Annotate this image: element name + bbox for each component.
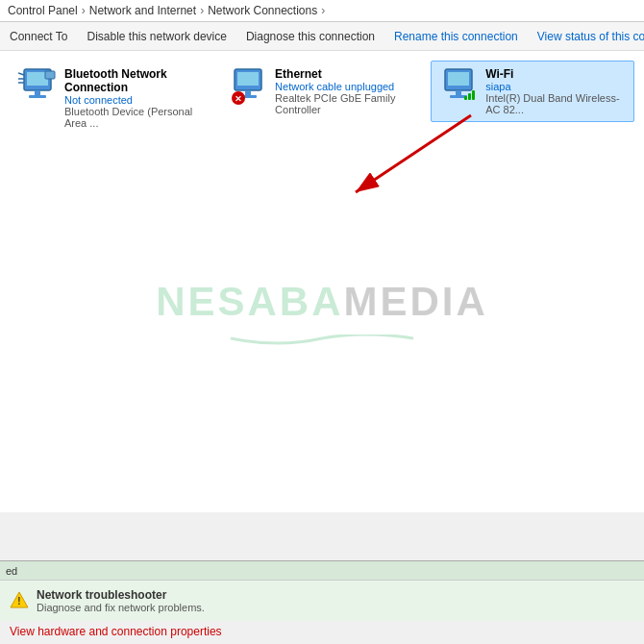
svg-rect-19 xyxy=(468,93,471,100)
address-bar: Control Panel › Network and Internet › N… xyxy=(0,0,644,22)
bluetooth-icon xyxy=(18,67,57,106)
breadcrumb-sep-2: › xyxy=(200,4,204,17)
bluetooth-name: Bluetooth Network Connection xyxy=(64,67,202,94)
ethernet-icon-wrapper: ✕ xyxy=(229,67,267,106)
breadcrumb-network-connections[interactable]: Network Connections xyxy=(208,4,317,17)
status-text: Network troubleshooter Diagnose and fix … xyxy=(37,588,205,613)
wifi-status: siapa xyxy=(485,81,626,92)
toolbar-diagnose[interactable]: Diagnose this connection xyxy=(236,27,384,46)
breadcrumb-sep-3: › xyxy=(321,4,325,17)
svg-rect-3 xyxy=(29,95,46,98)
network-card-bluetooth[interactable]: Bluetooth Network Connection Not connect… xyxy=(10,61,211,136)
svg-rect-20 xyxy=(472,90,475,100)
status-link-container: View hardware and connection properties xyxy=(0,621,644,644)
warning-icon: ! xyxy=(10,590,29,609)
svg-rect-15 xyxy=(448,72,469,86)
toolbar-view-status[interactable]: View status of this co... xyxy=(528,27,644,46)
svg-rect-9 xyxy=(237,72,259,86)
status-top: ! Network troubleshooter Diagnose and fi… xyxy=(0,580,644,621)
toolbar-rename[interactable]: Rename this connection xyxy=(384,27,528,46)
breadcrumb-control-panel[interactable]: Control Panel xyxy=(8,4,78,17)
breadcrumb-sep-1: › xyxy=(82,4,86,17)
status-link[interactable]: View hardware and connection properties xyxy=(10,625,222,638)
bottom-strip: ed xyxy=(0,560,644,580)
svg-line-4 xyxy=(18,73,24,75)
network-card-ethernet[interactable]: ✕ Ethernet Network cable unplugged Realt… xyxy=(220,61,421,122)
toolbar: Connect To Disable this network device D… xyxy=(0,22,644,51)
ethernet-card-info: Ethernet Network cable unplugged Realtek… xyxy=(275,67,412,115)
ethernet-status: Network cable unplugged xyxy=(275,81,412,92)
bluetooth-card-info: Bluetooth Network Connection Not connect… xyxy=(64,67,202,129)
svg-rect-16 xyxy=(456,90,461,95)
bluetooth-status: Not connected xyxy=(64,94,202,106)
network-card-wifi[interactable]: Wi-Fi siapa Intel(R) Dual Band Wireless-… xyxy=(431,61,634,122)
svg-rect-7 xyxy=(45,71,55,79)
svg-text:!: ! xyxy=(17,596,20,607)
main-content: Bluetooth Network Connection Not connect… xyxy=(0,51,644,512)
breadcrumb-network-internet[interactable]: Network and Internet xyxy=(89,4,196,17)
status-desc: Diagnose and fix network problems. xyxy=(37,602,205,613)
status-panel: ed ! Network troubleshooter Diagnose and… xyxy=(0,560,644,644)
wifi-icon-wrapper xyxy=(439,67,478,106)
ethernet-name: Ethernet xyxy=(275,67,412,81)
bluetooth-detail: Bluetooth Device (Personal Area ... xyxy=(64,106,202,129)
toolbar-connect-to[interactable]: Connect To xyxy=(0,27,78,46)
svg-text:✕: ✕ xyxy=(235,94,242,104)
wifi-detail: Intel(R) Dual Band Wireless-AC 82... xyxy=(485,92,626,115)
wifi-card-info: Wi-Fi siapa Intel(R) Dual Band Wireless-… xyxy=(485,67,626,115)
svg-rect-18 xyxy=(464,96,467,100)
ethernet-detail: Realtek PCIe GbE Family Controller xyxy=(275,92,412,115)
toolbar-disable-device[interactable]: Disable this network device xyxy=(78,27,236,46)
status-title: Network troubleshooter xyxy=(37,588,205,602)
svg-rect-2 xyxy=(35,90,40,95)
wifi-name: Wi-Fi xyxy=(485,67,626,81)
svg-rect-10 xyxy=(245,90,251,95)
